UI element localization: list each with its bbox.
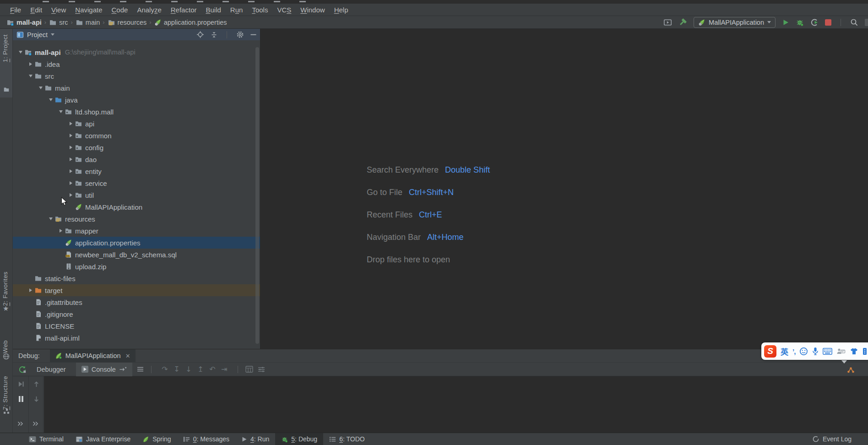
status-5-debug[interactable]: 5: Debug	[275, 433, 323, 445]
step-up-icon[interactable]	[33, 381, 40, 389]
event-log-button[interactable]: Event Log	[812, 435, 868, 443]
tree-row-common[interactable]: common	[13, 130, 260, 141]
debug-session-tab[interactable]: MallAPIApplication ✕	[50, 349, 136, 362]
tree-closed-arrow-icon[interactable]	[27, 288, 34, 292]
breadcrumb-mall-api[interactable]: mall-api	[6, 19, 42, 26]
tree-row-.gitignore[interactable]: .gitignore	[13, 308, 260, 320]
menu-edit[interactable]: Edit	[26, 6, 47, 14]
tree-closed-arrow-icon[interactable]	[57, 229, 65, 233]
tree-row-entity[interactable]: entity	[13, 165, 260, 177]
menu-file[interactable]: File	[5, 6, 26, 14]
run-to-cursor-icon[interactable]: ⇥	[218, 365, 230, 374]
tree-row-src[interactable]: src	[13, 70, 260, 82]
threads-graph-icon[interactable]	[846, 366, 855, 374]
tree-row-java[interactable]: java	[13, 94, 260, 106]
more-chevrons-icon[interactable]	[32, 420, 39, 428]
more-chevrons-icon[interactable]	[17, 420, 24, 428]
tree-row-application.properties[interactable]: application.properties	[13, 237, 260, 249]
tree-row-mall-api.iml[interactable]: mall-api.iml	[13, 332, 260, 344]
status-java-enterprise[interactable]: Java Enterprise	[70, 433, 136, 445]
tree-row-upload.zip[interactable]: upload.zip	[13, 260, 260, 272]
tree-row-ltd.shop.mall[interactable]: ltd.shop.mall	[13, 106, 260, 118]
tree-closed-arrow-icon[interactable]	[67, 134, 75, 137]
stop-button[interactable]	[825, 19, 831, 26]
tool-window-preview-icon[interactable]	[663, 19, 672, 26]
hide-panel-icon[interactable]	[250, 32, 256, 38]
tree-closed-arrow-icon[interactable]	[67, 169, 75, 173]
tree-row-newbee_mall_db_v2_schema.sql[interactable]: SQLnewbee_mall_db_v2_schema.sql	[13, 249, 260, 260]
tree-closed-arrow-icon[interactable]	[67, 122, 75, 125]
tree-row-main[interactable]: main	[13, 82, 260, 94]
tree-open-arrow-icon[interactable]	[37, 87, 44, 89]
menu-window[interactable]: Window	[296, 6, 329, 14]
close-icon[interactable]: ✕	[125, 353, 130, 359]
breadcrumb-main[interactable]: main	[76, 19, 100, 26]
menu-run[interactable]: Run	[226, 6, 248, 14]
stripe-tab-favorites[interactable]: 2: Favorites	[2, 271, 9, 306]
rerun-button[interactable]	[18, 365, 27, 374]
ime-language-mode[interactable]: 英	[781, 346, 788, 357]
breadcrumb-src[interactable]: src	[49, 19, 68, 26]
tree-row-resources[interactable]: resources	[13, 213, 260, 225]
step-over-icon[interactable]: ↷	[159, 365, 171, 374]
tree-scrollbar[interactable]	[255, 47, 259, 344]
status-terminal[interactable]: Terminal	[23, 433, 70, 445]
status-4-run[interactable]: 4: Run	[235, 433, 275, 445]
tree-row-static-files[interactable]: static-files	[13, 272, 260, 284]
chevron-down-icon[interactable]	[51, 33, 54, 36]
drop-frame-icon[interactable]: ↶	[206, 365, 218, 374]
tree-open-arrow-icon[interactable]	[16, 51, 24, 54]
tree-row-dao[interactable]: dao	[13, 153, 260, 165]
microphone-icon[interactable]	[812, 347, 819, 356]
skin-tshirt-icon[interactable]	[850, 347, 858, 355]
status-spring[interactable]: Spring	[136, 433, 177, 445]
tree-row-util[interactable]: util	[13, 189, 260, 201]
status-6-todo[interactable]: 6: TODO	[323, 433, 371, 445]
keyboard-icon[interactable]	[823, 348, 832, 355]
tree-row-mall-api[interactable]: mall-apiG:\shejiing\mall\mall-api	[13, 46, 260, 58]
emoji-icon[interactable]	[799, 347, 808, 356]
menu-tools[interactable]: Tools	[247, 6, 272, 14]
locate-file-icon[interactable]	[196, 31, 204, 38]
ime-punctuation-icon[interactable]: ’,	[792, 347, 795, 355]
menu-vcs[interactable]: VCS	[272, 6, 296, 14]
tree-open-arrow-icon[interactable]	[27, 75, 34, 77]
tree-row-.gitattributes[interactable]: .gitattributes	[13, 296, 260, 308]
tree-row-mapper[interactable]: mapper	[13, 225, 260, 237]
menu-help[interactable]: Help	[330, 6, 353, 14]
force-step-into-icon[interactable]: ↓	[183, 365, 195, 374]
breadcrumb-application.properties[interactable]: application.properties	[154, 19, 227, 26]
console-output-area[interactable]	[44, 376, 868, 433]
stripe-tab-web[interactable]: Web	[2, 340, 9, 353]
tab-debugger[interactable]: Debugger	[31, 363, 71, 376]
gear-icon[interactable]	[236, 31, 244, 38]
status-0-messages[interactable]: 0: Messages	[177, 433, 235, 445]
step-into-icon[interactable]: ↧	[171, 365, 183, 374]
menu-navigate[interactable]: Navigate	[71, 6, 107, 14]
run-config-selector[interactable]: MallAPIApplication	[694, 17, 776, 28]
tree-closed-arrow-icon[interactable]	[67, 193, 75, 197]
tree-closed-arrow-icon[interactable]	[67, 181, 75, 185]
build-hammer-icon[interactable]	[678, 18, 687, 27]
coverage-button[interactable]	[810, 18, 819, 27]
step-out-icon[interactable]: ↥	[195, 365, 206, 374]
step-down-icon[interactable]	[33, 396, 40, 404]
stripe-tab-structure[interactable]: 7: Structure	[2, 376, 9, 410]
tree-open-arrow-icon[interactable]	[57, 110, 65, 113]
breadcrumb-resources[interactable]: resources	[108, 19, 147, 26]
tree-closed-arrow-icon[interactable]	[67, 146, 75, 149]
tree-row-MallAPIApplication[interactable]: MallAPIApplication	[13, 201, 260, 213]
ime-profile-icon[interactable]	[836, 347, 846, 355]
menu-view[interactable]: View	[47, 6, 71, 14]
tree-row-config[interactable]: config	[13, 141, 260, 153]
menu-code[interactable]: Code	[107, 6, 133, 14]
layout-settings-icon[interactable]	[258, 366, 265, 373]
sogou-logo-icon[interactable]: S	[764, 345, 776, 358]
tab-console[interactable]: Console	[76, 363, 132, 376]
tree-row-target[interactable]: target	[13, 284, 260, 296]
evaluate-expression-icon[interactable]	[245, 366, 253, 373]
console-menu-icon[interactable]	[137, 366, 144, 372]
menu-analyze[interactable]: Analyze	[132, 6, 166, 14]
project-panel-header[interactable]: Project	[13, 29, 260, 40]
tree-closed-arrow-icon[interactable]	[27, 62, 34, 66]
